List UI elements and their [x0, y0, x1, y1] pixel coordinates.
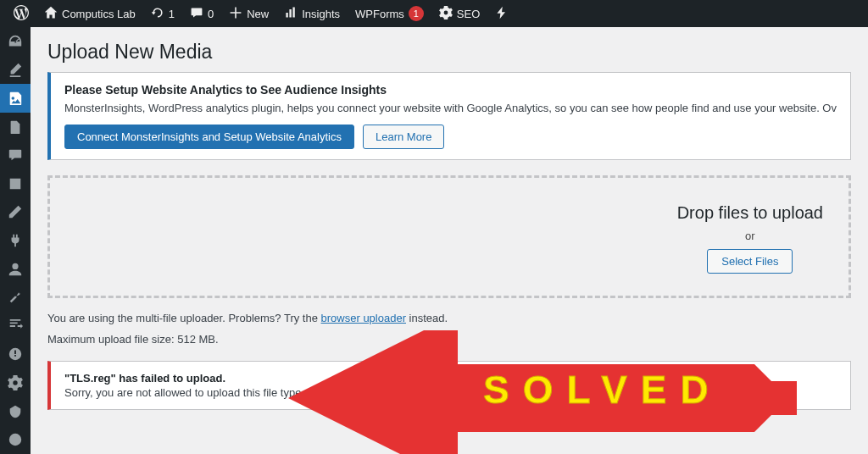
dropzone-center: Drop files to upload or Select Files	[677, 203, 823, 274]
analytics-notice: Please Setup Website Analytics to See Au…	[47, 72, 851, 160]
home-icon	[44, 6, 58, 22]
upload-error-notice: "TLS.reg" has failed to upload. Sorry, y…	[47, 361, 851, 410]
menu-extra-1[interactable]	[0, 340, 31, 369]
upload-dropzone[interactable]: Drop files to upload or Select Files	[47, 175, 851, 298]
menu-users[interactable]	[0, 255, 31, 284]
page-title: Upload New Media	[47, 36, 851, 72]
admin-toolbar: Computics Lab 1 0 New Insights WPForms 1…	[0, 0, 868, 27]
comment-icon	[190, 6, 203, 22]
insights-label: Insights	[302, 8, 340, 20]
menu-plugins[interactable]	[0, 226, 31, 255]
select-files-button[interactable]: Select Files	[707, 249, 793, 274]
upload-error-text: Sorry, you are not allowed to upload thi…	[64, 386, 837, 399]
uploader-info-after: instead.	[406, 312, 448, 324]
menu-settings[interactable]	[0, 312, 31, 340]
site-name-label: Computics Lab	[62, 8, 136, 20]
menu-posts[interactable]	[0, 56, 31, 85]
content-area: Upload New Media Please Setup Website An…	[31, 27, 868, 454]
menu-comments[interactable]	[0, 141, 31, 169]
comments[interactable]: 0	[183, 0, 220, 27]
menu-appearance[interactable]	[0, 198, 31, 227]
dropzone-heading: Drop files to upload	[677, 203, 823, 223]
learn-more-button[interactable]: Learn More	[363, 125, 444, 149]
notice-actions: Connect MonsterInsights and Setup Websit…	[64, 125, 837, 149]
menu-extra-3[interactable]	[0, 397, 31, 426]
connect-analytics-button[interactable]: Connect MonsterInsights and Setup Websit…	[64, 125, 354, 149]
notice-text: MonsterInsights, WordPress analytics plu…	[64, 102, 837, 114]
dropzone-or: or	[745, 230, 755, 242]
menu-tools[interactable]	[0, 283, 31, 312]
updates-count: 1	[169, 8, 175, 20]
comments-count: 0	[208, 8, 214, 20]
plus-icon	[229, 6, 242, 22]
menu-dashboard[interactable]	[0, 27, 31, 56]
wordpress-icon	[14, 5, 29, 23]
bar-chart-icon	[284, 6, 298, 22]
uploader-info: You are using the multi-file uploader. P…	[47, 312, 851, 324]
insights[interactable]: Insights	[277, 0, 347, 27]
new-content[interactable]: New	[222, 0, 275, 27]
menu-extra-2[interactable]	[0, 368, 31, 397]
upload-error-title: "TLS.reg" has failed to upload.	[64, 372, 837, 385]
wp-logo[interactable]	[7, 0, 36, 27]
refresh-icon	[151, 6, 164, 22]
new-label: New	[247, 8, 269, 20]
menu-media[interactable]	[0, 84, 31, 113]
lightning-icon	[495, 6, 509, 22]
max-upload-size: Maximum upload file size: 512 MB.	[47, 333, 851, 346]
admin-sidebar	[0, 27, 31, 454]
seo-menu[interactable]: SEO	[432, 0, 487, 27]
menu-collapse[interactable]	[0, 425, 31, 454]
seo-label: SEO	[457, 8, 480, 20]
wpforms-label: WPForms	[355, 8, 404, 20]
updates[interactable]: 1	[144, 0, 181, 27]
wpforms-badge: 1	[409, 6, 424, 21]
gear-icon	[439, 6, 453, 22]
wpforms[interactable]: WPForms 1	[348, 0, 431, 27]
menu-wpforms[interactable]	[0, 169, 31, 198]
browser-uploader-link[interactable]: browser uploader	[321, 312, 406, 324]
notice-title: Please Setup Website Analytics to See Au…	[64, 83, 837, 97]
menu-pages[interactable]	[0, 113, 31, 141]
imagify-menu[interactable]	[488, 0, 515, 27]
site-home[interactable]: Computics Lab	[37, 0, 142, 27]
uploader-info-before: You are using the multi-file uploader. P…	[47, 312, 321, 324]
